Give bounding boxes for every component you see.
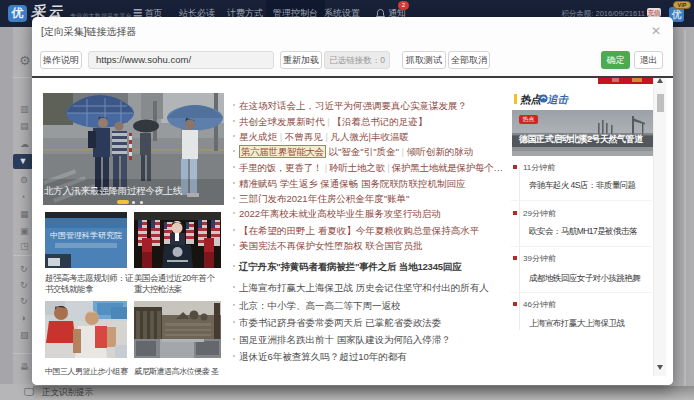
svg-text:中国管理科学研究院: 中国管理科学研究院 bbox=[50, 231, 122, 240]
